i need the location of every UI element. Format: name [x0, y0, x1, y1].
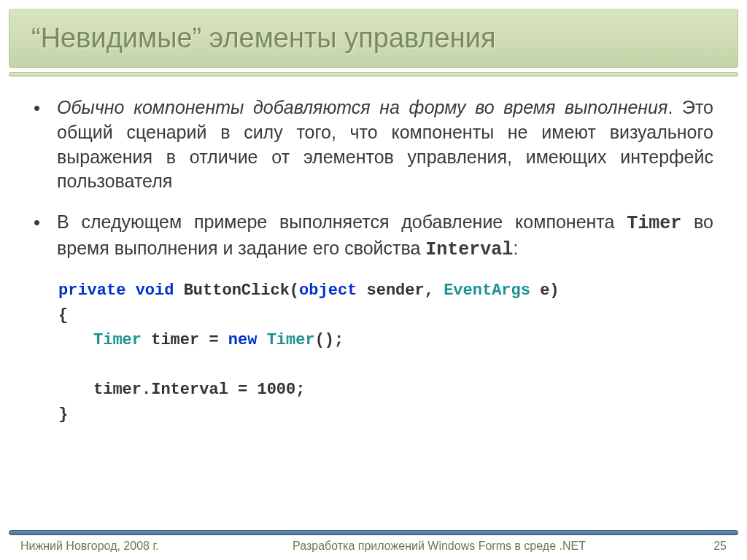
code-block: private void ButtonClick(object sender, …: [58, 279, 713, 428]
code-line: {: [58, 303, 713, 328]
bullet2-code2: Interval: [425, 239, 513, 260]
slide-footer: Нижний Новгород, 2008 г. Разработка прил…: [0, 538, 747, 560]
code-line: [58, 353, 713, 378]
slide-content: • Обычно компоненты добавляются на форму…: [0, 78, 747, 530]
type: Timer: [93, 331, 142, 349]
code-text: ();: [315, 331, 344, 349]
code-line: private void ButtonClick(object sender, …: [58, 279, 713, 303]
slide: “Невидимые” элементы управления • Обычно…: [0, 0, 747, 560]
bullet2-code1: Timer: [627, 213, 681, 234]
code-text: ButtonClick(: [174, 281, 299, 300]
footer-subject: Разработка приложений Windows Forms в ср…: [181, 540, 697, 553]
page-number: 25: [697, 540, 727, 553]
slide-header: “Невидимые” элементы управления: [9, 9, 738, 68]
code-line: timer.Interval = 1000;: [58, 378, 713, 402]
bullet-item: • Обычно компоненты добавляются на форму…: [34, 96, 713, 194]
type: Timer: [267, 331, 315, 349]
code-text: timer =: [142, 331, 228, 349]
code-line: }: [58, 402, 713, 427]
code-text: [257, 331, 266, 349]
slide-title: “Невидимые” элементы управления: [31, 23, 716, 54]
bullet2-part3: :: [513, 238, 518, 258]
bullet1-italic: Обычно компоненты добавляются на форму в…: [57, 97, 667, 117]
footer-location: Нижний Новгород, 2008 г.: [20, 540, 181, 553]
bullet-text: Обычно компоненты добавляются на форму в…: [57, 96, 713, 194]
keyword: object: [299, 281, 357, 300]
bullet-marker-icon: •: [34, 210, 57, 262]
code-text: e): [530, 281, 560, 300]
bullet2-part1: В следующем примере выполняется добавлен…: [57, 211, 627, 232]
keyword: void: [136, 281, 174, 300]
bullet-text: В следующем примере выполняется добавлен…: [57, 210, 713, 262]
footer-divider: [9, 530, 738, 535]
keyword: new: [228, 331, 258, 349]
bullet-item: • В следующем примере выполняется добавл…: [34, 210, 713, 262]
header-divider: [9, 72, 738, 77]
keyword: private: [58, 281, 125, 300]
bullet-marker-icon: •: [34, 96, 57, 194]
type: EventArgs: [444, 281, 530, 300]
code-line: Timer timer = new Timer();: [58, 328, 713, 353]
code-text: sender,: [357, 281, 444, 300]
